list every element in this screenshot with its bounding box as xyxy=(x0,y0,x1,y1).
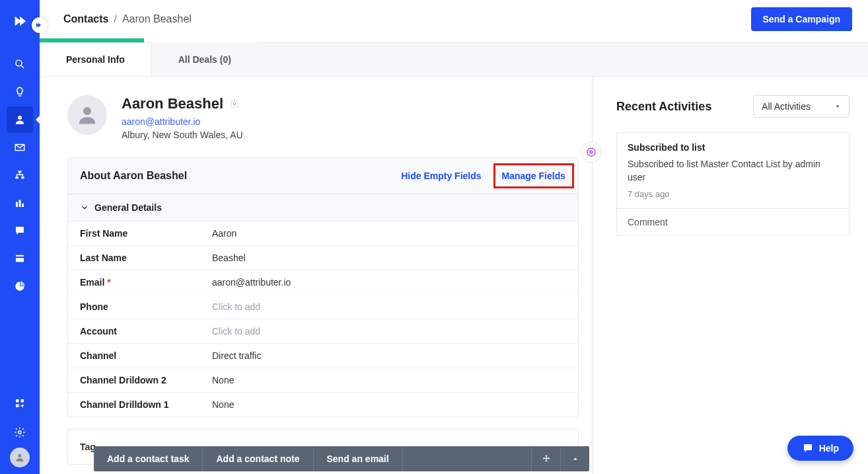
field-row: AccountClick to add xyxy=(68,319,578,344)
contact-name-row: Aaron Beashel xyxy=(122,95,243,112)
svg-rect-11 xyxy=(16,255,24,257)
field-label: Channel xyxy=(80,350,212,361)
activity-timestamp: 7 days ago xyxy=(628,189,838,199)
sidebar-item-contacts[interactable] xyxy=(7,106,33,133)
field-value[interactable]: Click to add xyxy=(212,301,260,312)
tab-all-deals[interactable]: All Deals (0) xyxy=(152,42,258,76)
hide-empty-fields-link[interactable]: Hide Empty Fields xyxy=(401,171,481,181)
field-row: Email*aaron@attributer.io xyxy=(68,270,578,295)
chevron-down-icon xyxy=(80,203,89,212)
field-label: Last Name xyxy=(80,253,212,263)
contact-header: Aaron Beashel aaron@attributer.io Albury… xyxy=(67,95,579,140)
field-value[interactable]: Beashel xyxy=(212,253,246,263)
about-card: About Aaron Beashel Hide Empty Fields Ma… xyxy=(67,157,579,417)
breadcrumb-root[interactable]: Contacts xyxy=(63,13,108,25)
sidebar-item-search[interactable] xyxy=(7,51,33,77)
svg-point-0 xyxy=(16,60,22,66)
field-label: Channel Drilldown 1 xyxy=(80,399,212,410)
contact-settings-icon[interactable] xyxy=(230,99,239,108)
add-contact-task-button[interactable]: Add a contact task xyxy=(94,446,203,471)
sidebar-nav xyxy=(0,50,40,300)
svg-rect-7 xyxy=(21,177,24,178)
contact-avatar xyxy=(67,95,107,135)
contact-name: Aaron Beashel xyxy=(122,95,223,112)
activity-type-icon xyxy=(581,141,602,163)
manage-fields-link[interactable]: Manage Fields xyxy=(493,163,574,188)
send-campaign-button[interactable]: Send a Campaign xyxy=(751,7,852,31)
svg-point-19 xyxy=(233,102,236,105)
left-pane: Aaron Beashel aaron@attributer.io Albury… xyxy=(40,77,592,474)
svg-point-3 xyxy=(18,116,22,120)
activity-item: Subscribed to list Subscribed to list Ma… xyxy=(616,132,850,236)
svg-rect-12 xyxy=(16,258,24,262)
field-row: Channel Drilldown 1None xyxy=(68,393,578,416)
about-card-actions: Hide Empty Fields Manage Fields xyxy=(401,170,566,182)
activities-title: Recent Activities xyxy=(616,100,711,114)
add-contact-note-button[interactable]: Add a contact note xyxy=(203,446,313,471)
field-value[interactable]: Aaron xyxy=(212,228,236,239)
collapse-up-icon[interactable] xyxy=(560,446,589,471)
general-details-section-toggle[interactable]: General Details xyxy=(68,194,578,221)
svg-rect-8 xyxy=(16,202,18,208)
sidebar-item-reports[interactable] xyxy=(7,273,33,299)
contact-location: Albury, New South Wales, AU xyxy=(122,130,243,140)
field-row: Last NameBeashel xyxy=(68,246,578,270)
sidebar-bottom xyxy=(0,389,40,467)
sidebar-item-chat[interactable] xyxy=(7,217,33,244)
send-email-button[interactable]: Send an email xyxy=(314,446,403,471)
svg-point-18 xyxy=(83,107,91,115)
activities-filter-dropdown[interactable]: All Activities xyxy=(753,95,850,118)
field-label: Account xyxy=(80,326,212,336)
svg-point-17 xyxy=(18,454,21,457)
move-handle-icon[interactable] xyxy=(531,446,560,471)
sidebar xyxy=(0,0,40,474)
sidebar-user-avatar[interactable] xyxy=(10,448,30,467)
header-bar: Contacts / Aaron Beashel Send a Campaign xyxy=(40,0,868,38)
field-value[interactable]: None xyxy=(212,375,234,385)
right-pane: Recent Activities All Activities Subscri… xyxy=(592,77,868,474)
about-card-title: About Aaron Beashel xyxy=(80,170,187,182)
logo-icon xyxy=(13,14,27,28)
tab-filler xyxy=(258,42,868,76)
svg-rect-13 xyxy=(16,399,19,403)
svg-point-16 xyxy=(18,431,22,434)
field-row: First NameAaron xyxy=(68,221,578,246)
field-row: ChannelDirect traffic xyxy=(68,344,578,368)
sidebar-item-apps[interactable] xyxy=(7,390,33,416)
help-button[interactable]: Help xyxy=(787,436,853,461)
field-label: Email* xyxy=(80,277,212,288)
fields-list: First NameAaronLast NameBeashelEmail*aar… xyxy=(68,221,578,416)
field-value[interactable]: aaron@attributer.io xyxy=(212,277,291,288)
action-bar: Add a contact task Add a contact note Se… xyxy=(94,446,589,471)
svg-line-1 xyxy=(21,65,24,68)
sidebar-item-deals[interactable] xyxy=(7,190,33,216)
field-value[interactable]: Direct traffic xyxy=(212,350,261,361)
section-title: General Details xyxy=(94,202,162,213)
help-label: Help xyxy=(819,443,839,454)
field-value[interactable]: None xyxy=(212,399,234,410)
breadcrumb-separator: / xyxy=(114,13,116,25)
main-content: Aaron Beashel aaron@attributer.io Albury… xyxy=(40,77,868,474)
breadcrumb: Contacts / Aaron Beashel xyxy=(63,13,192,25)
field-value[interactable]: Click to add xyxy=(212,326,260,336)
sidebar-item-email[interactable] xyxy=(7,134,33,161)
svg-rect-10 xyxy=(22,204,24,207)
tabs-bar: Personal Info All Deals (0) xyxy=(40,42,868,77)
activities-header: Recent Activities All Activities xyxy=(616,95,850,118)
logo-area xyxy=(0,5,40,37)
svg-rect-15 xyxy=(16,405,19,408)
activity-description: Subscribed to list Master Contact List b… xyxy=(628,158,838,184)
sidebar-item-settings[interactable] xyxy=(7,419,33,446)
expand-sidebar-button[interactable] xyxy=(32,17,48,33)
sidebar-item-ideas[interactable] xyxy=(7,79,33,105)
svg-rect-6 xyxy=(15,177,18,178)
tab-personal-info[interactable]: Personal Info xyxy=(40,42,152,76)
sidebar-item-automation[interactable] xyxy=(7,162,33,188)
activity-title: Subscribed to list xyxy=(628,142,838,153)
sidebar-item-forms[interactable] xyxy=(7,245,33,272)
activity-body: Subscribed to list Subscribed to list Ma… xyxy=(617,133,849,208)
activity-comment-input[interactable]: Comment xyxy=(617,208,849,235)
contact-email-link[interactable]: aaron@attributer.io xyxy=(122,116,243,127)
field-label: First Name xyxy=(80,228,212,239)
svg-rect-5 xyxy=(18,171,22,173)
